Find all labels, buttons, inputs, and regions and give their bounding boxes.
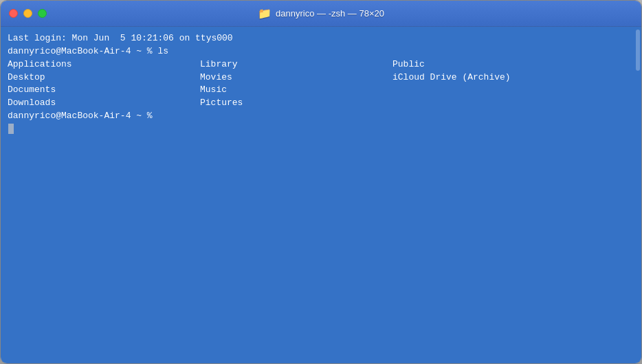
- titlebar: 📁 dannyrico — -zsh — 78×20: [1, 1, 641, 27]
- close-button[interactable]: [9, 9, 18, 18]
- prompt-text: dannyrico@MacBook-Air-4 ~ %: [8, 110, 634, 123]
- ls-item-public: Public: [392, 58, 634, 71]
- ls-output: Applications Library Public Desktop Movi…: [8, 58, 634, 110]
- maximize-button[interactable]: [38, 9, 47, 18]
- folder-icon: 📁: [258, 7, 272, 20]
- ls-item-empty2: [392, 97, 634, 110]
- ls-item-movies: Movies: [200, 71, 392, 84]
- traffic-lights: [9, 9, 47, 18]
- terminal-body[interactable]: Last login: Mon Jun 5 10:21:06 on ttys00…: [1, 27, 641, 363]
- ls-item-applications: Applications: [8, 58, 200, 71]
- title-text: dannyrico — -zsh — 78×20: [276, 8, 384, 19]
- window-title: 📁 dannyrico — -zsh — 78×20: [258, 7, 384, 20]
- ls-item-icloud: iCloud Drive (Archive): [392, 71, 634, 84]
- ls-item-empty1: [392, 84, 634, 97]
- ls-command-line: dannyrico@MacBook-Air-4 ~ % ls: [8, 45, 634, 58]
- ls-item-library: Library: [200, 58, 392, 71]
- ls-item-desktop: Desktop: [8, 71, 200, 84]
- ls-item-documents: Documents: [8, 84, 200, 97]
- ls-item-music: Music: [200, 84, 392, 97]
- scrollbar[interactable]: [636, 30, 640, 71]
- terminal-window: 📁 dannyrico — -zsh — 78×20 Last login: M…: [0, 0, 642, 364]
- ls-item-downloads: Downloads: [8, 97, 200, 110]
- cursor: [8, 124, 14, 134]
- ls-item-pictures: Pictures: [200, 97, 392, 110]
- prompt-line: dannyrico@MacBook-Air-4 ~ %: [8, 110, 634, 136]
- minimize-button[interactable]: [23, 9, 32, 18]
- login-line: Last login: Mon Jun 5 10:21:06 on ttys00…: [8, 32, 634, 45]
